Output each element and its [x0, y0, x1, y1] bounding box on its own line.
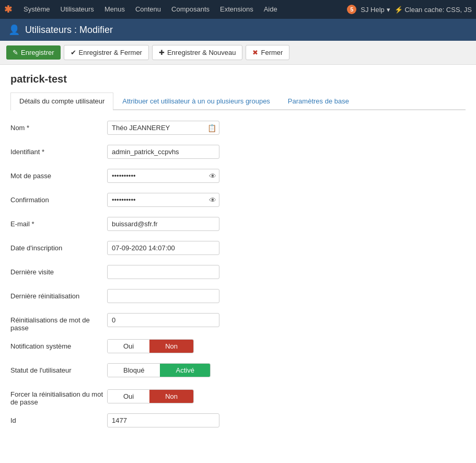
- eye-icon: 👁: [209, 172, 216, 180]
- derniere-visite-row: Dernière visite: [10, 265, 466, 282]
- force-reinit-label: Forcer la réinitialisation du mot de pas…: [10, 387, 107, 406]
- derniere-reinit-input[interactable]: [107, 289, 219, 303]
- plus-icon: ✚: [159, 49, 165, 56]
- id-row: Id: [10, 413, 466, 430]
- clean-cache-button[interactable]: ⚡ Clean cache: CSS, JS: [394, 6, 472, 14]
- notification-row: Notification système Oui Non: [10, 339, 466, 356]
- toolbar: ✎ Enregistrer ✔ Enregistrer & Fermer ✚ E…: [0, 41, 476, 65]
- save-new-button[interactable]: ✚ Enregistrer & Nouveau: [152, 45, 243, 60]
- save-button[interactable]: ✎ Enregistrer: [6, 45, 61, 60]
- nav-systeme[interactable]: Système: [18, 0, 55, 19]
- statut-toggle: Bloqué Activé: [107, 363, 211, 377]
- confirmation-label: Confirmation: [10, 193, 107, 204]
- id-label: Id: [10, 413, 107, 424]
- confirmation-input-wrapper: 👁: [107, 193, 219, 207]
- check-icon: ✔: [71, 49, 76, 56]
- force-reinit-oui-button[interactable]: Oui: [108, 390, 149, 403]
- identifiant-row: Identifiant *: [10, 145, 466, 161]
- reinit-count-label: Réinitialisations de mot de passe: [10, 313, 107, 332]
- statut-bloque-button[interactable]: Bloqué: [108, 364, 160, 377]
- close-button[interactable]: ✖ Fermer: [246, 45, 289, 60]
- mot-de-passe-input[interactable]: [107, 169, 219, 183]
- save-label: Enregistrer: [21, 49, 54, 56]
- nav-utilisateurs[interactable]: Utilisateurs: [55, 0, 99, 19]
- reinit-count-row: Réinitialisations de mot de passe: [10, 313, 466, 332]
- force-reinit-row: Forcer la réinitialisation du mot de pas…: [10, 387, 466, 406]
- derniere-reinit-row: Dernière réinitialisation: [10, 289, 466, 306]
- tabs: Détails du compte utilisateur Attribuer …: [10, 92, 466, 110]
- close-label: Fermer: [261, 49, 283, 56]
- notification-oui-button[interactable]: Oui: [108, 340, 149, 353]
- eye-icon-2: 👁: [209, 196, 216, 204]
- notification-label: Notification système: [10, 339, 107, 350]
- page-header: 👤 Utilisateurs : Modifier: [0, 19, 476, 41]
- notification-non-button[interactable]: Non: [149, 340, 193, 353]
- nom-row: Nom * 📋: [10, 121, 466, 137]
- help-button[interactable]: SJ Help ▾: [361, 6, 390, 14]
- page-title: patrick-test: [10, 73, 466, 85]
- statut-active-button[interactable]: Activé: [160, 364, 210, 377]
- brand-icon: ✱: [4, 4, 12, 15]
- date-inscription-input[interactable]: [107, 241, 219, 255]
- mot-de-passe-label: Mot de passe: [10, 169, 107, 180]
- email-input[interactable]: [107, 217, 219, 231]
- identifiant-input[interactable]: [107, 145, 219, 159]
- nav-aide[interactable]: Aide: [259, 0, 283, 19]
- email-label: E-mail *: [10, 217, 107, 228]
- close-icon: ✖: [252, 49, 258, 56]
- navbar: ✱ Système Utilisateurs Menus Contenu Com…: [0, 0, 476, 19]
- save-close-label: Enregistrer & Fermer: [79, 49, 142, 56]
- date-inscription-label: Date d'inscription: [10, 241, 107, 252]
- nav-composants[interactable]: Composants: [166, 0, 215, 19]
- statut-label: Statut de l'utilisateur: [10, 363, 107, 374]
- nom-input-wrapper: 📋: [107, 121, 219, 135]
- derniere-reinit-label: Dernière réinitialisation: [10, 289, 107, 300]
- navbar-right: 5 SJ Help ▾ ⚡ Clean cache: CSS, JS: [347, 5, 472, 14]
- confirmation-row: Confirmation 👁: [10, 193, 466, 210]
- user-icon: 👤: [8, 24, 20, 36]
- save-icon: ✎: [13, 49, 18, 56]
- confirmation-input[interactable]: [107, 193, 219, 207]
- statut-row: Statut de l'utilisateur Bloqué Activé: [10, 363, 466, 380]
- email-row: E-mail *: [10, 217, 466, 234]
- tab-groupes[interactable]: Attribuer cet utilisateur à un ou plusie…: [113, 92, 279, 109]
- nav-contenu[interactable]: Contenu: [130, 0, 166, 19]
- help-badge: 5: [347, 5, 356, 14]
- main-content: patrick-test Détails du compte utilisate…: [0, 65, 476, 463]
- save-close-button[interactable]: ✔ Enregistrer & Fermer: [64, 45, 149, 60]
- page-header-title: Utilisateurs : Modifier: [25, 25, 113, 36]
- nom-label: Nom *: [10, 121, 107, 132]
- nom-input[interactable]: [107, 121, 219, 135]
- date-inscription-row: Date d'inscription: [10, 241, 466, 258]
- notification-toggle: Oui Non: [107, 339, 194, 353]
- derniere-visite-input[interactable]: [107, 265, 219, 279]
- derniere-visite-label: Dernière visite: [10, 265, 107, 276]
- calendar-icon: 📋: [207, 124, 216, 132]
- nav-extensions[interactable]: Extensions: [215, 0, 259, 19]
- chevron-down-icon: ▾: [387, 6, 390, 14]
- form: Nom * 📋 Identifiant * Mot de passe 👁 Con…: [10, 121, 466, 430]
- tab-details[interactable]: Détails du compte utilisateur: [10, 92, 113, 110]
- mot-de-passe-input-wrapper: 👁: [107, 169, 219, 183]
- mot-de-passe-row: Mot de passe 👁: [10, 169, 466, 186]
- id-input[interactable]: [107, 413, 219, 427]
- nav-menus[interactable]: Menus: [99, 0, 130, 19]
- tab-parametres[interactable]: Paramètres de base: [279, 92, 358, 109]
- help-label: SJ Help: [361, 6, 385, 14]
- save-new-label: Enregistrer & Nouveau: [167, 49, 236, 56]
- force-reinit-non-button[interactable]: Non: [149, 390, 193, 403]
- identifiant-label: Identifiant *: [10, 145, 107, 156]
- reinit-count-input[interactable]: [107, 313, 219, 327]
- force-reinit-toggle: Oui Non: [107, 389, 194, 403]
